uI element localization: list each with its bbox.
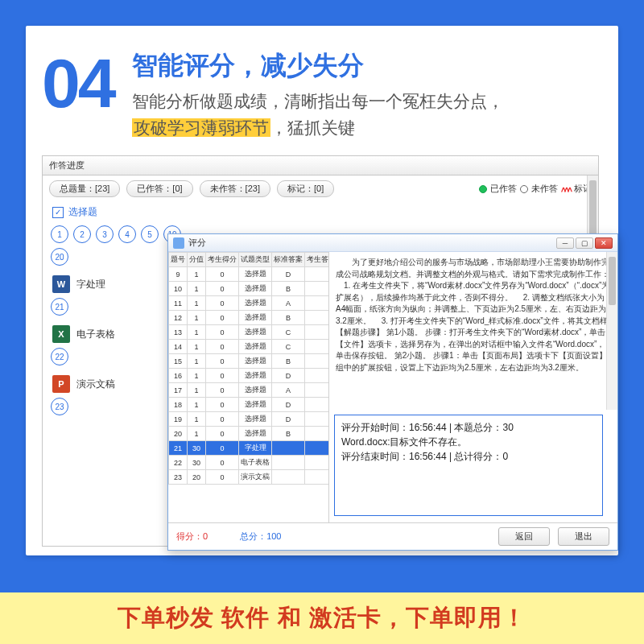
close-button[interactable]: ✕ [595, 237, 613, 249]
app-icon [173, 237, 184, 249]
legend: 已作答 未作答 ᴧᴧᴧ 标记 [479, 180, 592, 197]
grid-row[interactable]: 1310选择题C [169, 325, 330, 340]
ppt-icon: P [52, 375, 70, 393]
scoring-titlebar[interactable]: 评分 ─ ▢ ✕ [168, 234, 617, 252]
exit-button[interactable]: 退出 [558, 527, 609, 546]
feature-title: 智能评分，减少失分 [132, 48, 504, 84]
question-bubble[interactable]: 3 [96, 225, 114, 243]
question-bubble[interactable]: 4 [118, 225, 136, 243]
back-button[interactable]: 返回 [498, 527, 550, 546]
section-excel-label: 电子表格 [76, 328, 115, 341]
grid-row[interactable]: 1410选择题C [169, 340, 330, 354]
question-bubble[interactable]: 5 [141, 225, 159, 243]
question-bubble[interactable]: 23 [51, 398, 68, 415]
score-grid-pane: 题号分值考生得分试题类型标准答案考生答910选择题D1010选择题B1110选择… [168, 252, 329, 522]
grid-header: 考生得分 [206, 253, 239, 267]
grid-header: 试题类型 [239, 253, 272, 267]
legend-done: 已作答 [490, 183, 517, 195]
dot-done-icon [479, 185, 487, 193]
question-bubble[interactable]: 1 [51, 225, 68, 243]
grid-header: 标准答案 [272, 253, 305, 267]
grid-row[interactable]: 1510选择题B [169, 354, 330, 369]
mark-icon: ᴧᴧᴧ [561, 184, 571, 193]
section-choice-label: 选择题 [68, 205, 97, 219]
grid-row[interactable]: 23200演示文稿 [169, 470, 330, 485]
feature-desc: 智能分析做题成绩，清晰指出每一个冤枉失分点， 攻破学习薄弱环节，猛抓关键 [132, 89, 504, 141]
grid-row[interactable]: 2010选择题B [169, 427, 330, 441]
window-buttons: ─ ▢ ✕ [556, 237, 613, 249]
grid-header: 分值 [188, 253, 206, 267]
question-bubble[interactable]: 22 [51, 348, 68, 365]
dot-undone-icon [520, 185, 528, 193]
grid-row[interactable]: 1710选择题A [169, 383, 330, 398]
grid-row[interactable]: 22300电子表格 [169, 456, 330, 470]
question-bubble[interactable]: 20 [51, 248, 68, 266]
grid-row[interactable]: 1210选择题B [169, 311, 330, 325]
progress-title: 作答进度 [43, 156, 598, 175]
word-icon: W [52, 275, 70, 293]
question-bubble[interactable]: 21 [51, 298, 68, 316]
feature-number: 04 [42, 48, 114, 118]
headline: 04 智能评分，减少失分 智能分析做题成绩，清晰指出每一个冤枉失分点， 攻破学习… [42, 48, 602, 141]
score-footer: 得分：0 总分：100 返回 退出 [168, 522, 617, 550]
pill-marked: 标记：[0] [277, 180, 334, 197]
grid-header: 考生答 [305, 253, 330, 267]
pill-undone: 未作答：[23] [200, 180, 270, 197]
highlight-text: 攻破学习薄弱环节 [132, 118, 270, 137]
maximize-button[interactable]: ▢ [576, 237, 593, 249]
score-total: 总分：100 [240, 530, 281, 543]
result-box: 评分开始时间：16:56:44 | 本题总分：30Word.docx:目标文件不… [334, 415, 603, 516]
excel-icon: X [52, 325, 70, 343]
minimize-button[interactable]: ─ [556, 237, 574, 249]
promo-banner: 下单秒发 软件 和 激活卡，下单即用！ [0, 592, 644, 644]
grid-row[interactable]: 1610选择题D [169, 369, 330, 383]
section-ppt-label: 演示文稿 [76, 378, 115, 391]
grid-header: 题号 [169, 253, 188, 267]
desc-scrollbar[interactable] [606, 252, 617, 410]
pill-total: 总题量：[23] [49, 180, 120, 197]
grid-row[interactable]: 1910选择题D [169, 412, 330, 427]
grid-row[interactable]: 1810选择题D [169, 398, 330, 412]
check-icon: ✓ [52, 207, 64, 218]
score-grid[interactable]: 题号分值考生得分试题类型标准答案考生答910选择题D1010选择题B1110选择… [168, 252, 329, 485]
grid-row[interactable]: 21300字处理 [169, 441, 330, 456]
pill-done: 已作答：[0] [126, 180, 192, 197]
scoring-dialog: 评分 ─ ▢ ✕ 题号分值考生得分试题类型标准答案考生答910选择题D1010选… [167, 233, 618, 551]
question-description: 为了更好地介绍公司的服务与市场战略，市场部助理小王需要协助制作完成公司战略规划文… [336, 257, 611, 415]
title-area: 智能评分，减少失分 智能分析做题成绩，清晰指出每一个冤枉失分点， 攻破学习薄弱环… [132, 48, 504, 141]
section-word-label: 字处理 [76, 278, 105, 291]
description-pane: 为了更好地介绍公司的服务与市场战略，市场部助理小王需要协助制作完成公司战略规划文… [329, 252, 617, 522]
grid-row[interactable]: 910选择题D [169, 267, 330, 282]
score-got: 得分：0 [176, 530, 208, 543]
question-bubble[interactable]: 2 [73, 225, 91, 243]
grid-row[interactable]: 1110选择题A [169, 296, 330, 311]
scoring-title: 评分 [188, 237, 206, 249]
legend-undone: 未作答 [531, 183, 558, 195]
status-row: 总题量：[23] 已作答：[0] 未作答：[23] 标记：[0] 已作答 未作答… [43, 175, 598, 202]
grid-row[interactable]: 1010选择题B [169, 282, 330, 296]
section-choice[interactable]: ✓ 选择题 [43, 202, 598, 222]
